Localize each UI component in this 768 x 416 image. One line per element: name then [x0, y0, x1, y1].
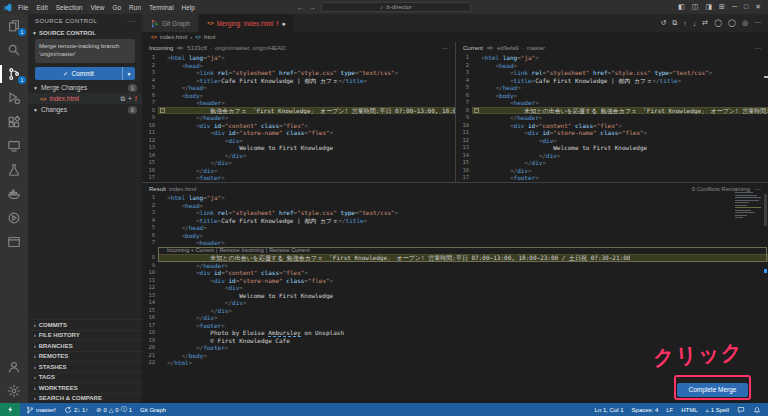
section-remotes[interactable]: ›REMOTES: [28, 351, 142, 362]
breadcrumb-symbol[interactable]: html: [204, 34, 215, 40]
cursor-position-item[interactable]: Ln 1, Col 1: [595, 407, 624, 413]
merge-gutter: [158, 322, 167, 330]
sidebar-more-actions-icon[interactable]: ···: [128, 18, 135, 24]
feedback-icon[interactable]: [737, 406, 745, 414]
line-number: 19: [142, 337, 158, 345]
source-control-section[interactable]: ▼ SOURCE CONTROL: [28, 27, 142, 38]
section-worktrees[interactable]: ›WORKTREES: [28, 382, 142, 393]
remote-indicator[interactable]: [0, 403, 20, 416]
complete-merge-button[interactable]: Complete Merge: [677, 383, 747, 397]
code-line: 5 </head>: [142, 84, 455, 92]
activity-remote-explorer-icon[interactable]: [0, 134, 28, 158]
scrollbar[interactable]: [764, 194, 767, 226]
tab-merging-index-html[interactable]: <>Merging: index.html!●: [199, 14, 295, 32]
minimize-icon[interactable]: ─: [732, 3, 737, 11]
maximize-icon[interactable]: □: [744, 3, 748, 11]
line-number: 10: [142, 269, 158, 277]
file-item-index-html[interactable]: <> index.html ⧉ + !: [28, 93, 142, 104]
circle-outline-icon[interactable]: ◯: [714, 19, 722, 27]
close-icon[interactable]: ✕: [755, 3, 761, 11]
commit-message-input[interactable]: Merge remote-tracking branch 'origin/mas…: [35, 39, 135, 63]
chevron-down-icon: ▼: [33, 107, 38, 113]
activity-run-debug-icon[interactable]: [0, 86, 28, 110]
circle-outline-icon[interactable]: ◯: [728, 19, 736, 27]
merge-changes-group[interactable]: ▼ Merge Changes 1: [28, 82, 142, 93]
history-icon[interactable]: ↺: [660, 19, 666, 27]
swap-icon[interactable]: ⇄: [702, 19, 708, 27]
line-number: 17: [142, 174, 158, 182]
arrow-down-icon[interactable]: ↓: [693, 20, 697, 27]
activity-source-control-icon[interactable]: 1: [0, 62, 28, 86]
current-code[interactable]: 1<html lang="ja">2 <head>3 <link rel="st…: [456, 54, 768, 182]
notifications-bell-icon[interactable]: [753, 406, 761, 414]
accept-change-checkbox[interactable]: ✓: [474, 108, 479, 113]
command-center-search[interactable]: ⌕ b-director: [321, 2, 471, 12]
chevron-down-icon: ▼: [33, 85, 38, 91]
problems-status-item[interactable]: ⊘ 0 △ 0 ⓘ 1: [96, 405, 132, 414]
warning-count: 0: [115, 407, 118, 413]
layout-sidebar-icon[interactable]: ◧: [678, 3, 685, 11]
more-actions-icon[interactable]: ⋯: [754, 19, 761, 27]
result-more-actions-icon[interactable]: ···: [755, 186, 761, 192]
activity-badge: 1: [18, 76, 26, 84]
activity-extensions-icon[interactable]: [0, 110, 28, 134]
branch-status-item[interactable]: master!: [26, 406, 56, 414]
activity-live-preview-icon[interactable]: [0, 230, 28, 254]
section-branches[interactable]: ›BRANCHES: [28, 340, 142, 351]
tab-git-graph[interactable]: Git Graph: [142, 14, 199, 32]
merge-gutter: [472, 99, 481, 107]
eol-item[interactable]: LF: [666, 407, 673, 413]
modified-dot-icon[interactable]: ●: [282, 20, 286, 27]
current-more-actions-icon[interactable]: ···: [755, 45, 761, 51]
commit-button[interactable]: ✓ Commit ▼: [35, 67, 135, 80]
line-number: 20: [142, 344, 158, 352]
activity-docker-icon[interactable]: [0, 182, 28, 206]
nav-forward-icon[interactable]: →: [309, 4, 316, 11]
minimap[interactable]: [735, 192, 761, 218]
layout-panel-icon[interactable]: ◫: [692, 3, 699, 11]
spell-count: 1 Spell: [711, 407, 729, 413]
open-file-icon[interactable]: ⧉: [120, 95, 125, 103]
codelens-link[interactable]: Remove Current: [269, 247, 309, 255]
sync-status-item[interactable]: 2↓ 1↑: [64, 406, 88, 414]
activity-settings-gear-icon[interactable]: [0, 379, 28, 403]
indentation-item[interactable]: Spaces: 4: [632, 407, 659, 413]
nav-back-icon[interactable]: ←: [297, 4, 304, 11]
merge-gutter: [158, 167, 167, 175]
merge-gutter: [158, 202, 167, 210]
activity-files-icon[interactable]: 1: [0, 14, 28, 38]
codelens-link[interactable]: Incoming + Current: [167, 247, 214, 255]
accept-change-checkbox[interactable]: ✓: [160, 108, 165, 113]
layout-secondary-icon[interactable]: ◨: [705, 3, 712, 11]
stage-changes-icon[interactable]: +: [128, 95, 132, 103]
spell-checker-item[interactable]: ▵ 1 Spell: [706, 406, 729, 413]
activity-run-circle-icon[interactable]: [0, 206, 28, 230]
commit-dropdown-icon[interactable]: ▼: [122, 67, 135, 80]
section-tags[interactable]: ›TAGS: [28, 372, 142, 383]
merge-gutter: [158, 174, 167, 182]
arrow-up-icon[interactable]: ↑: [683, 20, 687, 27]
section-search-compare[interactable]: ›SEARCH & COMPARE: [28, 393, 142, 404]
line-number: 9: [142, 114, 158, 122]
section-stashes[interactable]: ›STASHES: [28, 361, 142, 372]
split-editor-icon[interactable]: ⧉: [672, 19, 677, 27]
code-line: 17 <footer>: [142, 174, 455, 182]
activity-account-icon[interactable]: [0, 355, 28, 379]
layout-customize-icon[interactable]: ⊞: [719, 3, 725, 11]
incoming-code[interactable]: 1<html lang="ja">2 <head>3 <link rel="st…: [142, 54, 455, 182]
codelens-link[interactable]: Remove Incoming: [219, 247, 263, 255]
target-icon[interactable]: ◎: [742, 19, 748, 27]
breadcrumb-file[interactable]: index.html: [160, 34, 187, 40]
result-code[interactable]: 1<html lang="ja">2 <head>3 <link rel="st…: [142, 194, 768, 367]
git-graph-status-item[interactable]: Git Graph: [140, 407, 166, 413]
changes-group[interactable]: ▼ Changes 0: [28, 104, 142, 115]
section-commits[interactable]: ›COMMITS: [28, 319, 142, 330]
activity-search-icon[interactable]: [0, 38, 28, 62]
activity-testing-icon[interactable]: [0, 158, 28, 182]
line-number: 10: [456, 122, 472, 130]
chevron-right-icon: ›: [34, 374, 36, 380]
incoming-more-actions-icon[interactable]: ···: [442, 45, 448, 51]
section-file-history[interactable]: ›FILE HISTORY: [28, 330, 142, 341]
language-mode-item[interactable]: HTML: [681, 407, 697, 413]
activity-badge: 1: [18, 28, 26, 36]
